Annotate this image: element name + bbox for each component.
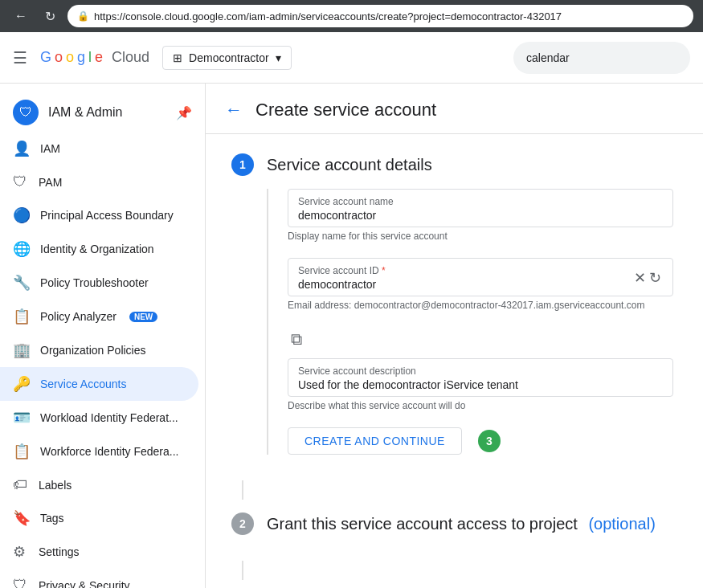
sidebar-item-label: Privacy & Security [39, 579, 130, 589]
sidebar-item-pam[interactable]: 🛡 PAM [0, 165, 198, 198]
sidebar-item-privacy-security[interactable]: 🛡 Privacy & Security [0, 569, 198, 588]
name-helper: Display name for this service account [288, 231, 677, 242]
refresh-button[interactable]: ↻ [39, 5, 61, 27]
sidebar-item-label: Policy Analyzer [40, 310, 116, 323]
service-account-name-field[interactable]: Service account name [288, 189, 673, 227]
list-icon-2: 📋 [13, 443, 31, 460]
clear-id-button[interactable]: ✕ [632, 267, 648, 288]
person-icon: 👤 [13, 140, 31, 157]
step-2-number: 2 [231, 512, 254, 535]
project-icon: ⊞ [173, 51, 182, 64]
url-text: https://console.cloud.google.com/iam-adm… [94, 10, 562, 22]
step-1-number: 1 [231, 153, 254, 176]
label-icon: 🏷 [13, 476, 29, 493]
globe-icon: 🌐 [13, 240, 31, 258]
email-address: Email address: democontractor@democontra… [288, 300, 677, 311]
description-label: Service account description [298, 365, 663, 377]
sidebar-title: IAM & Admin [48, 105, 122, 120]
chevron-down-icon: ▾ [276, 51, 281, 64]
step-divider-1 [242, 480, 243, 500]
name-input[interactable] [298, 209, 663, 222]
step-1-actions: CREATE AND CONTINUE 3 [288, 427, 677, 455]
google-cloud-logo: Google Cloud [40, 49, 149, 66]
description-input[interactable] [298, 378, 663, 391]
sidebar-item-label: Organization Policies [40, 344, 146, 357]
gear-icon: ⚙ [13, 543, 29, 561]
sidebar-service-icon: 🛡 [13, 100, 39, 125]
sidebar-item-label: Service Accounts [40, 378, 126, 390]
sidebar-item-policy-analyzer[interactable]: 📋 Policy Analyzer NEW [0, 300, 198, 333]
sidebar-item-label: Settings [39, 545, 80, 558]
step-2-title: Grant this service account access to pro… [267, 515, 656, 533]
sidebar-item-label: Policy Troubleshooter [40, 276, 149, 289]
project-name: Democontractor [189, 51, 269, 64]
privacy-shield-icon: 🛡 [13, 577, 29, 588]
key-icon: 🔑 [13, 375, 31, 393]
step-1-section: 1 Service account details Service accoun… [231, 153, 677, 455]
sidebar-item-principal-access-boundary[interactable]: 🔵 Principal Access Boundary [0, 198, 198, 232]
url-bar[interactable]: 🔒 https://console.cloud.google.com/iam-a… [67, 5, 693, 27]
sidebar-item-label: Principal Access Boundary [40, 209, 174, 222]
service-account-description-field[interactable]: Service account description [288, 358, 673, 397]
service-account-id-field[interactable]: Service account ID * ✕ ↻ [288, 258, 673, 296]
sidebar-item-iam[interactable]: 👤 IAM [0, 132, 198, 165]
id-icon: 🪪 [13, 409, 31, 427]
sidebar-item-label: PAM [39, 176, 62, 189]
search-placeholder: calendar [526, 51, 570, 64]
service-account-description-group: Service account description Describe wha… [288, 358, 677, 411]
sidebar-item-policy-troubleshooter[interactable]: 🔧 Policy Troubleshooter [0, 266, 198, 300]
circle-icon: 🔵 [13, 206, 31, 224]
id-label: Service account ID * [298, 265, 632, 276]
shield-icon: 🛡 [13, 174, 29, 190]
step-1-content: Service account name Display name for th… [267, 189, 677, 455]
back-button[interactable]: ← [225, 100, 243, 120]
sidebar-item-label: Workforce Identity Federa... [40, 445, 178, 458]
refresh-id-button[interactable]: ↻ [648, 267, 663, 288]
sidebar-item-label: Identity & Organization [40, 243, 154, 255]
content-header: ← Create service account [206, 84, 703, 134]
main-layout: 🛡 IAM & Admin 📌 👤 IAM 🛡 PAM 🔵 Principal … [0, 84, 703, 588]
tag-icon: 🔖 [13, 509, 31, 527]
project-selector[interactable]: ⊞ Democontractor ▾ [162, 46, 292, 70]
lock-icon: 🔒 [77, 10, 89, 22]
sidebar-item-workload-identity-1[interactable]: 🪪 Workload Identity Federat... [0, 401, 198, 435]
sidebar-item-settings[interactable]: ⚙ Settings [0, 535, 198, 569]
copy-button[interactable]: ⧉ [288, 327, 305, 352]
new-badge: NEW [129, 312, 157, 322]
sidebar-item-label: IAM [40, 142, 60, 155]
sidebar-item-workload-identity-2[interactable]: 📋 Workforce Identity Federa... [0, 435, 198, 468]
sidebar-pin-icon[interactable]: 📌 [176, 105, 192, 120]
name-label: Service account name [298, 196, 663, 207]
building-icon: 🏢 [13, 341, 31, 359]
wrench-icon: 🔧 [13, 274, 31, 292]
menu-icon[interactable]: ☰ [13, 48, 27, 67]
sidebar-item-tags[interactable]: 🔖 Tags [0, 501, 198, 535]
sidebar-item-identity-org[interactable]: 🌐 Identity & Organization [0, 232, 198, 266]
sidebar-item-labels[interactable]: 🏷 Labels [0, 468, 198, 501]
page-title: Create service account [255, 100, 436, 120]
browser-chrome: ← ↻ 🔒 https://console.cloud.google.com/i… [0, 0, 703, 32]
step-2-section: 2 Grant this service account access to p… [231, 512, 677, 535]
content-body: 1 Service account details Service accoun… [206, 134, 703, 588]
sidebar: 🛡 IAM & Admin 📌 👤 IAM 🛡 PAM 🔵 Principal … [0, 84, 206, 588]
sidebar-item-org-policies[interactable]: 🏢 Organization Policies [0, 333, 198, 367]
step-2-header: 2 Grant this service account access to p… [231, 512, 677, 535]
back-button[interactable]: ← [10, 5, 32, 27]
main-content: ← Create service account 1 Service accou… [206, 84, 703, 588]
service-account-name-group: Service account name Display name for th… [288, 189, 677, 242]
step-1-title: Service account details [267, 156, 432, 174]
create-and-continue-button[interactable]: CREATE AND CONTINUE [288, 427, 462, 455]
step-divider-2 [242, 561, 243, 580]
search-bar[interactable]: calendar [513, 42, 690, 74]
sidebar-item-service-accounts[interactable]: 🔑 Service Accounts [0, 367, 198, 401]
list-icon: 📋 [13, 308, 31, 325]
app-header: ☰ Google Cloud ⊞ Democontractor ▾ calend… [0, 32, 703, 84]
id-input[interactable] [298, 278, 632, 291]
sidebar-item-label: Labels [39, 479, 72, 492]
description-helper: Describe what this service account will … [288, 400, 677, 411]
sidebar-header: 🛡 IAM & Admin 📌 [0, 90, 205, 132]
sidebar-item-label: Tags [40, 512, 64, 525]
step-1-header: 1 Service account details [231, 153, 677, 176]
tutorial-badge-3: 3 [478, 430, 501, 452]
service-account-id-group: Service account ID * ✕ ↻ Email address: … [288, 258, 677, 311]
